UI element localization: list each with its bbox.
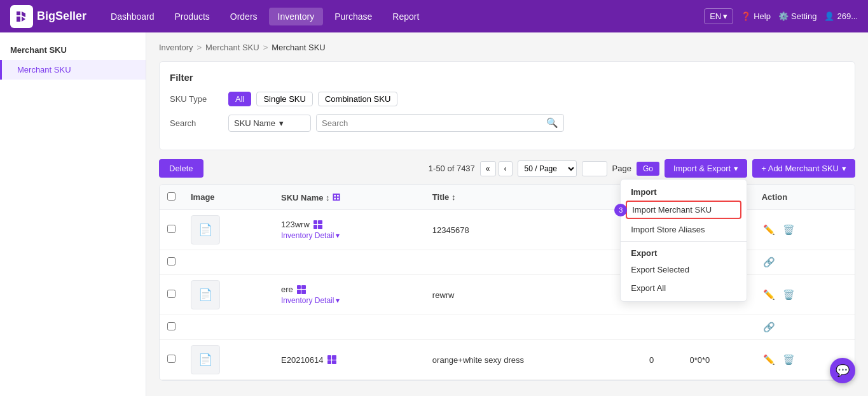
nav-orders[interactable]: Orders [221, 8, 266, 25]
per-page-select[interactable]: 50 / Page 100 / Page 200 / Page [518, 160, 577, 177]
nav-items: Dashboard Products Orders Inventory Purc… [102, 8, 699, 25]
language-selector[interactable]: EN ▾ [704, 8, 733, 24]
filter-title: Filter [170, 72, 844, 83]
sku-type-combination[interactable]: Combination SKU [318, 92, 397, 106]
setting-link[interactable]: ⚙️ Setting [778, 11, 816, 21]
sku-table-wrap: Image SKU Name ↕ ⊞ Title ↕ Action [159, 184, 855, 381]
row1-actions: ✏️ 🗑️ [754, 210, 855, 250]
row3-delete-button[interactable]: 🗑️ [782, 353, 796, 367]
breadcrumb-inventory[interactable]: Inventory [159, 43, 193, 52]
table-row: 🔗 [160, 315, 855, 340]
pagination-buttons: « ‹ [480, 161, 513, 176]
search-controls: SKU Name ▾ 🔍 [228, 114, 564, 132]
import-merchant-sku-badge: 3 [614, 204, 627, 216]
row2-delete-button[interactable]: 🗑️ [782, 288, 796, 302]
help-link[interactable]: ❓ Help [741, 11, 771, 21]
row1-grid-icon[interactable] [313, 220, 322, 229]
nav-dashboard[interactable]: Dashboard [102, 8, 163, 25]
row2b-select[interactable] [167, 322, 176, 330]
sidebar-item-merchant-sku[interactable]: Merchant SKU [0, 60, 146, 80]
row1-sku-name-wrap: 123wrw [281, 220, 417, 229]
row1-edit-button[interactable]: ✏️ [762, 223, 776, 237]
row3-select[interactable] [167, 355, 176, 363]
pagination-info: 1-50 of 7437 [429, 164, 475, 173]
search-type-select[interactable]: SKU Name ▾ [228, 115, 311, 132]
navbar: BigSeller Dashboard Products Orders Inve… [0, 0, 868, 32]
row1-sku-name[interactable]: 123wrw [281, 220, 310, 229]
row1-delete-button[interactable]: 🗑️ [782, 223, 796, 237]
add-sku-chevron: ▾ [842, 164, 846, 173]
row2-select[interactable] [167, 290, 176, 298]
delete-button[interactable]: Delete [159, 159, 203, 178]
gear-icon: ⚙️ [778, 11, 789, 21]
search-label: Search [170, 118, 221, 128]
first-page-button[interactable]: « [480, 161, 496, 176]
dropdown-divider [621, 241, 747, 242]
help-icon: ❓ [741, 11, 751, 21]
row2-sku-name[interactable]: ere [281, 285, 293, 294]
row2-image: 📄 [183, 275, 273, 315]
row3-spec: 0*0*0 [682, 340, 754, 380]
breadcrumb-sep-1: > [196, 43, 202, 52]
row3-qty: 0 [642, 340, 682, 380]
import-export-label: Import & Export [673, 164, 731, 173]
row2-actions: ✏️ 🗑️ [754, 275, 855, 315]
th-image: Image [183, 185, 273, 210]
row3-grid-icon[interactable] [327, 355, 336, 364]
sku-type-buttons: All Single SKU Combination SKU [228, 92, 397, 106]
page-input[interactable] [582, 161, 607, 176]
add-merchant-sku-button[interactable]: + Add Merchant SKU ▾ [752, 159, 855, 178]
search-select-value: SKU Name [234, 118, 275, 128]
nav-report[interactable]: Report [383, 8, 428, 25]
help-label: Help [754, 11, 771, 21]
row2-title: rewrw [425, 275, 642, 315]
sku-type-single[interactable]: Single SKU [256, 92, 312, 106]
prev-page-button[interactable]: ‹ [499, 161, 513, 176]
row2b-link-button[interactable]: 🔗 [762, 320, 776, 334]
search-input[interactable] [322, 118, 546, 128]
row1b-link-button[interactable]: 🔗 [762, 255, 776, 269]
row1-image: 📄 [183, 210, 273, 250]
row2b-sku [273, 315, 425, 340]
brand-name: BigSeller [37, 10, 86, 23]
user-menu[interactable]: 👤 269... [824, 11, 858, 21]
row3-sku-name[interactable]: E20210614 [281, 355, 324, 365]
row2-grid-icon[interactable] [297, 285, 306, 294]
search-button[interactable]: 🔍 [546, 117, 558, 129]
nav-products[interactable]: Products [166, 8, 219, 25]
row1-select[interactable] [167, 225, 176, 233]
filter-card: Filter SKU Type All Single SKU Combinati… [159, 61, 855, 150]
row1b-sku [273, 250, 425, 275]
sku-type-all[interactable]: All [228, 92, 251, 106]
import-export-button[interactable]: Import & Export ▾ [665, 159, 747, 178]
nav-purchase[interactable]: Purchase [326, 8, 381, 25]
row1-sku: 123wrw Inventory Detail ▾ [273, 210, 425, 250]
lang-chevron: ▾ [723, 11, 727, 21]
support-chat-button[interactable]: 💬 [830, 358, 855, 383]
row3-sku: E20210614 [273, 340, 425, 380]
sku-table: Image SKU Name ↕ ⊞ Title ↕ Action [160, 185, 855, 380]
row2-inventory-detail[interactable]: Inventory Detail ▾ [281, 296, 417, 305]
export-selected-item[interactable]: Export Selected [621, 260, 747, 279]
breadcrumb-merchant-sku[interactable]: Merchant SKU [205, 43, 259, 52]
sidebar-section-title[interactable]: Merchant SKU [0, 40, 146, 60]
row1-inventory-detail[interactable]: Inventory Detail ▾ [281, 231, 417, 240]
row1-chevron-icon: ▾ [336, 231, 340, 240]
select-all-checkbox[interactable] [167, 192, 176, 201]
row3-checkbox [160, 340, 183, 380]
breadcrumb-sep-2: > [263, 43, 268, 52]
row2b-image [183, 315, 273, 340]
row3-title: orange+white sexy dress [425, 340, 642, 380]
row2-edit-button[interactable]: ✏️ [762, 288, 776, 302]
sidebar: Merchant SKU Merchant SKU [0, 32, 146, 396]
row2b-action-buttons: 🔗 [762, 320, 847, 334]
brand-logo [10, 5, 33, 28]
import-merchant-sku-item[interactable]: Import Merchant SKU [626, 201, 741, 219]
nav-right: EN ▾ ❓ Help ⚙️ Setting 👤 269... [704, 8, 858, 24]
row3-edit-button[interactable]: ✏️ [762, 353, 776, 367]
row1b-select[interactable] [167, 257, 176, 265]
nav-inventory[interactable]: Inventory [269, 8, 324, 25]
export-all-item[interactable]: Export All [621, 279, 747, 297]
go-button[interactable]: Go [637, 162, 659, 176]
import-store-aliases-item[interactable]: Import Store Aliases [621, 220, 747, 239]
